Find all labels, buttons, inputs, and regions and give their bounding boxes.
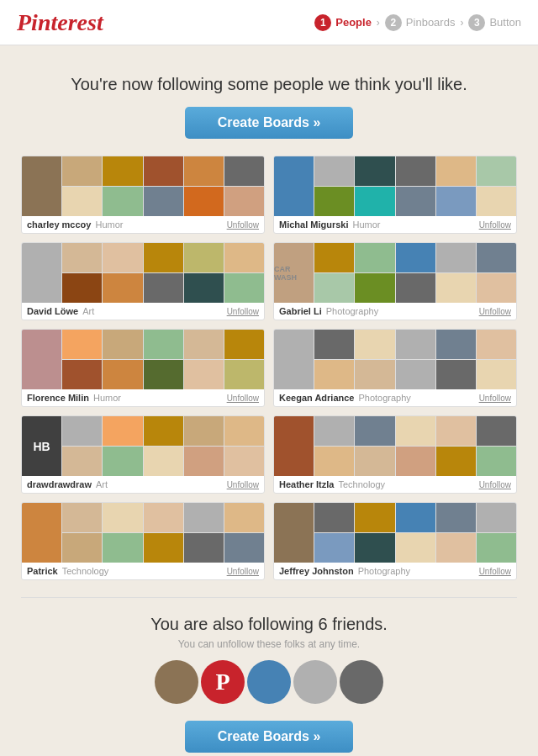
person-name: Heather Itzla — [279, 479, 334, 489]
steps-nav: 1 People › 2 Pinboards › 3 Button — [314, 14, 521, 31]
person-img — [144, 187, 183, 216]
unfollow-button[interactable]: Unfollow — [227, 567, 259, 576]
person-img: CAR WASH — [274, 243, 314, 303]
person-img — [62, 360, 102, 389]
person-img — [62, 533, 102, 563]
person-category: Photography — [358, 393, 478, 403]
person-img — [436, 360, 476, 389]
person-img — [314, 187, 354, 216]
person-info-charley: charley mccoy Humor Unfollow — [22, 216, 264, 233]
person-category: Photography — [358, 566, 479, 576]
person-img — [477, 330, 516, 359]
person-images-florence — [22, 330, 264, 389]
person-img — [103, 533, 142, 563]
person-img — [477, 533, 516, 563]
step-1-label: People — [335, 16, 372, 29]
step-3-num: 3 — [468, 14, 485, 31]
person-images-heather — [274, 416, 516, 476]
person-card-drawdrawdraw: HB drawdrawdraw Art Unfollow — [21, 415, 265, 494]
person-img — [103, 360, 142, 389]
step-3: 3 Button — [468, 14, 521, 31]
person-img — [314, 533, 354, 563]
person-img — [355, 533, 394, 563]
person-img — [396, 330, 435, 359]
person-img — [184, 416, 224, 446]
person-img — [22, 503, 61, 563]
person-img — [224, 447, 264, 476]
person-images-drawdrawdraw: HB — [22, 416, 264, 476]
person-img — [184, 330, 224, 359]
person-img — [184, 447, 224, 476]
person-card-david: David Löwe Art Unfollow — [21, 242, 265, 320]
person-img — [224, 330, 264, 359]
person-name: Gabriel Li — [279, 306, 322, 316]
create-boards-button-bottom[interactable]: Create Boards » — [185, 721, 353, 753]
person-img — [184, 503, 224, 532]
person-category: Art — [82, 306, 227, 316]
person-img — [103, 447, 142, 476]
person-category: Humor — [353, 219, 479, 230]
person-img — [314, 273, 354, 303]
person-img — [436, 503, 476, 532]
person-images-keegan — [274, 330, 516, 389]
person-name: Michal Migurski — [279, 219, 349, 230]
person-img — [144, 273, 183, 303]
person-info-heather: Heather Itzla Technology Unfollow — [274, 476, 516, 493]
person-img — [103, 416, 142, 446]
person-img — [103, 273, 142, 303]
person-images-patrick — [22, 503, 264, 563]
person-img — [396, 187, 435, 216]
step-1-num: 1 — [314, 14, 331, 31]
unfollow-button[interactable]: Unfollow — [227, 480, 259, 489]
person-img — [477, 243, 516, 272]
person-img — [355, 503, 394, 532]
step-1: 1 People — [314, 14, 372, 31]
person-img — [355, 447, 394, 476]
person-info-drawdrawdraw: drawdrawdraw Art Unfollow — [22, 476, 264, 493]
unfollow-button[interactable]: Unfollow — [227, 394, 259, 403]
person-img — [62, 416, 102, 446]
avatar — [340, 660, 383, 704]
person-img — [436, 273, 476, 303]
create-boards-button-top[interactable]: Create Boards » — [185, 107, 353, 139]
person-images-david — [22, 243, 264, 303]
unfollow-button[interactable]: Unfollow — [479, 220, 511, 230]
unfollow-button[interactable]: Unfollow — [479, 480, 511, 489]
person-img — [184, 360, 224, 389]
unfollow-button[interactable]: Unfollow — [479, 394, 511, 403]
person-img — [477, 187, 516, 216]
person-category: Photography — [326, 306, 479, 316]
person-img — [314, 360, 354, 389]
person-category: Technology — [338, 479, 478, 489]
person-name: Keegan Adriance — [279, 393, 354, 403]
avatar-pinterest: P — [201, 660, 245, 704]
person-img — [144, 416, 183, 446]
person-img — [62, 447, 102, 476]
person-img — [144, 533, 183, 563]
section-divider — [21, 597, 517, 598]
person-images-charley — [22, 156, 264, 216]
person-img — [274, 503, 314, 563]
person-img — [184, 273, 224, 303]
unfollow-button[interactable]: Unfollow — [227, 220, 259, 230]
person-img — [477, 360, 516, 389]
person-img — [224, 503, 264, 532]
person-category: Art — [96, 479, 227, 489]
person-img — [436, 243, 476, 272]
unfollow-button[interactable]: Unfollow — [479, 307, 511, 316]
unfollow-button[interactable]: Unfollow — [479, 567, 511, 576]
avatar — [155, 660, 198, 704]
person-img — [22, 156, 61, 216]
person-name: Patrick — [27, 566, 58, 576]
person-img — [224, 243, 264, 272]
person-img — [224, 416, 264, 446]
avatar — [247, 660, 291, 704]
person-info-david: David Löwe Art Unfollow — [22, 303, 264, 320]
person-img — [103, 187, 142, 216]
person-img — [62, 156, 102, 186]
person-img — [62, 243, 102, 272]
person-img — [436, 416, 476, 446]
person-img — [184, 156, 224, 186]
unfollow-button[interactable]: Unfollow — [227, 307, 259, 316]
person-name: David Löwe — [27, 306, 78, 316]
